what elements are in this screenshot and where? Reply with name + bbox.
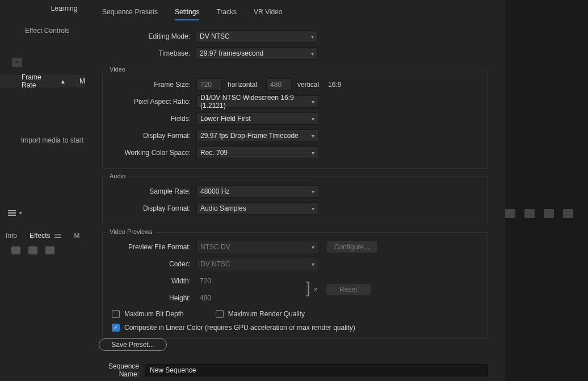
sample-rate-dropdown[interactable]: 48000 Hz▾ [196, 185, 318, 198]
preview-height-value: 480 [196, 292, 222, 304]
sample-rate-label: Sample Rate: [108, 187, 196, 195]
timebase-value: 29.97 frames/second [200, 49, 263, 57]
frame-height-input[interactable]: 480 [266, 78, 292, 91]
timebase-dropdown[interactable]: 29.97 frames/second▾ [196, 47, 318, 60]
column-header-media-initial: M [79, 77, 85, 85]
tool-icon-4[interactable] [563, 209, 573, 218]
sequence-name-label: Sequence Name: [94, 362, 145, 378]
max-bit-depth-label: Maximum Bit Depth [124, 310, 184, 318]
pixel-aspect-value: D1/DV NTSC Widescreen 16:9 (1.2121) [200, 94, 312, 110]
sequence-name-input[interactable] [145, 364, 488, 376]
column-header-label: Frame Rate [22, 73, 57, 89]
video-display-format-label: Display Format: [108, 132, 196, 140]
tool-icon-1[interactable] [505, 209, 515, 218]
tab-settings[interactable]: Settings [175, 8, 199, 20]
pixel-aspect-dropdown[interactable]: D1/DV NTSC Widescreen 16:9 (1.2121)▾ [196, 95, 318, 108]
timebase-label: Timebase: [102, 49, 196, 57]
frame-size-label: Frame Size: [108, 81, 196, 89]
import-media-hint: Import media to start [21, 136, 83, 144]
chevron-down-icon: ▾ [311, 34, 314, 40]
audio-display-format-value: Audio Samples [200, 204, 246, 212]
pixel-aspect-label: Pixel Aspect Ratio: [108, 98, 196, 106]
codec-dropdown: DV NTSC▾ [196, 258, 318, 270]
chevron-down-icon: ▾ [19, 210, 22, 216]
editing-mode-value: DV NTSC [200, 32, 230, 40]
effects-filter-icons [11, 246, 54, 254]
color-space-dropdown[interactable]: Rec. 709▾ [196, 146, 318, 159]
chevron-down-icon: ▾ [312, 150, 314, 156]
vertical-label: vertical [297, 81, 319, 89]
panel-menu-icon[interactable] [54, 234, 61, 238]
filter-icon-3[interactable] [45, 246, 54, 254]
fields-dropdown[interactable]: Lower Field First▾ [196, 112, 318, 125]
filter-icon-2[interactable] [28, 246, 37, 254]
tab-tracks[interactable]: Tracks [216, 8, 237, 20]
tab-vr-video[interactable]: VR Video [254, 8, 282, 20]
sample-rate-value: 48000 Hz [200, 187, 229, 195]
chevron-down-icon: ▾ [312, 244, 314, 250]
chevron-down-icon: ▾ [312, 116, 314, 122]
tool-icon-3[interactable] [544, 209, 554, 218]
composite-linear-label: Composite in Linear Color (requires GPU … [124, 324, 355, 332]
configure-button: Configure... [326, 241, 377, 253]
video-previews-group: Video Previews Preview File Format: NTSC… [102, 232, 488, 339]
chevron-down-icon: ▾ [312, 133, 314, 139]
audio-display-format-dropdown[interactable]: Audio Samples▾ [196, 202, 318, 215]
save-preset-button[interactable]: Save Preset... [99, 338, 167, 351]
tool-icon-2[interactable] [524, 209, 535, 218]
reset-button: Reset [326, 283, 371, 296]
tab-sequence-presets[interactable]: Sequence Presets [102, 8, 158, 20]
preview-file-format-value: NTSC DV [200, 243, 230, 251]
audio-group: Audio Sample Rate: 48000 Hz▾ Display For… [102, 177, 488, 224]
bracket-icon: ] [306, 280, 310, 296]
fields-label: Fields: [108, 115, 196, 123]
max-bit-depth-checkbox[interactable] [112, 310, 120, 318]
panel-tab-info[interactable]: Info [6, 232, 17, 240]
aspect-ratio-text: 16:9 [328, 81, 341, 89]
list-icon [8, 210, 16, 216]
workspace-tab-learning[interactable]: Learning [44, 0, 85, 17]
preview-file-format-dropdown: NTSC DV▾ [196, 241, 318, 253]
video-group: Video Frame Size: 720 horizontal 480 ver… [102, 70, 488, 169]
filter-icon-1[interactable] [11, 246, 20, 254]
audio-group-title: Audio [107, 173, 128, 179]
chevron-down-icon: ▾ [312, 99, 314, 105]
panel-tab-m[interactable]: M [74, 232, 79, 240]
codec-label: Codec: [108, 260, 196, 268]
audio-display-format-label: Display Format: [108, 204, 196, 212]
composite-linear-checkbox[interactable] [112, 324, 120, 332]
panel-options-button[interactable]: ▾ [8, 210, 22, 216]
horizontal-label: horizontal [228, 81, 257, 89]
preview-height-label: Height: [108, 294, 196, 302]
preview-file-format-label: Preview File Format: [108, 243, 196, 251]
preview-width-label: Width: [108, 277, 196, 285]
panel-tab-effect-controls[interactable]: Effect Controls [25, 27, 69, 35]
preview-width-value: 720 [196, 275, 222, 287]
left-panel-bg [0, 0, 85, 381]
video-display-format-value: 29.97 fps Drop-Frame Timecode [200, 132, 299, 140]
editing-mode-label: Editing Mode: [102, 32, 196, 40]
link-icon[interactable]: 𝄎 [314, 285, 318, 295]
panel-tab-effects[interactable]: Effects [30, 232, 50, 240]
chevron-down-icon: ▾ [312, 206, 314, 212]
column-header-frame-rate[interactable]: Frame Rate ▲ M [0, 75, 85, 87]
chevron-down-icon: ▾ [312, 189, 314, 195]
codec-value: DV NTSC [200, 260, 230, 268]
new-sequence-dialog: Sequence Presets Settings Tracks VR Vide… [85, 0, 505, 381]
chevron-down-icon: ▾ [311, 51, 314, 57]
color-space-value: Rec. 709 [200, 149, 228, 157]
max-render-quality-checkbox[interactable] [216, 310, 224, 318]
sort-asc-icon: ▲ [60, 78, 66, 85]
fields-value: Lower Field First [200, 115, 251, 123]
chevron-down-icon: ▾ [312, 261, 314, 267]
video-group-title: Video [107, 66, 128, 73]
frame-width-input[interactable]: 720 [196, 78, 222, 91]
panel-p-icon[interactable]: P [12, 58, 22, 67]
editing-mode-dropdown[interactable]: DV NTSC▾ [196, 30, 318, 43]
timeline-tool-icons [505, 209, 573, 218]
video-display-format-dropdown[interactable]: 29.97 fps Drop-Frame Timecode▾ [196, 129, 318, 142]
video-previews-title: Video Previews [107, 228, 155, 235]
color-space-label: Working Color Space: [108, 149, 196, 157]
max-render-quality-label: Maximum Render Quality [228, 310, 305, 318]
